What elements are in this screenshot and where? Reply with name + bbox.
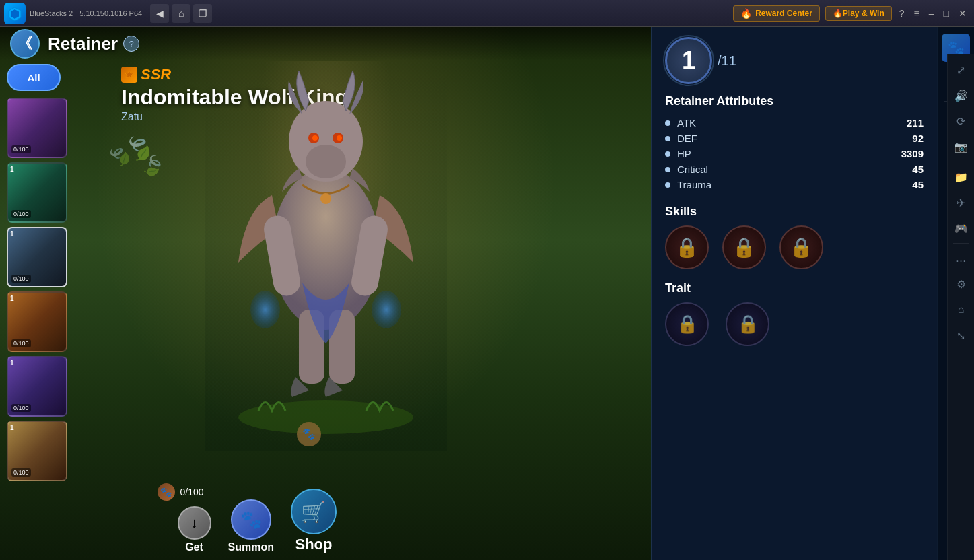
nav-back-button[interactable]: ◀ (150, 4, 169, 23)
shop-button[interactable]: 🛒 Shop (291, 489, 337, 553)
get-label: Get (185, 541, 203, 553)
tool-settings[interactable]: ⚙ (950, 273, 972, 295)
wolf-king-svg: 🐾 (205, 61, 447, 451)
critical-label: Critical (677, 164, 912, 175)
filter-bar: All (7, 64, 61, 91)
tool-airplane[interactable]: ✈ (950, 192, 972, 213)
shop-icon: 🛒 (301, 500, 326, 524)
tool-resize[interactable]: ⤡ (950, 324, 972, 346)
right-panel: 1 /11 Retainer Attributes ATK 211 DEF (651, 27, 974, 560)
tool-home[interactable]: ⌂ (950, 299, 972, 320)
app-version: 5.10.150.1016 P64 (79, 9, 142, 18)
rarity-label: SSR (141, 66, 171, 83)
summon-button[interactable]: 🐾 Summon (228, 499, 274, 553)
tool-volume[interactable]: 🔊 (950, 85, 972, 106)
bluestacks-logo (4, 3, 26, 24)
level-value: 1 (682, 46, 695, 75)
retainer-progress-4: 0/100 (11, 339, 31, 347)
retainer-progress-6: 0/100 (11, 468, 31, 477)
tool-folder[interactable]: 📁 (950, 166, 972, 188)
trait-lock-1: 🔒 (676, 314, 698, 335)
info-layout: 1 /11 Retainer Attributes ATK 211 DEF (652, 27, 974, 560)
toolbar-separator-2 (953, 243, 969, 244)
svg-text:🐾: 🐾 (302, 427, 316, 440)
reward-fire-icon: 🔥 (740, 8, 752, 19)
trait-slot-1[interactable]: 🔒 (665, 302, 709, 346)
retainer-item-3[interactable]: 1 0/100 (7, 227, 67, 287)
close-button[interactable]: ✕ (956, 8, 969, 19)
def-dot (665, 136, 670, 141)
main-area: 《 Retainer ? All 0/100 1 0/100 1 0/1 (0, 27, 974, 560)
atk-value: 211 (907, 117, 924, 129)
play-win-button[interactable]: 🔥 Play & Win (825, 6, 892, 21)
bluestacks-toolbar: ⤢ 🔊 ⟳ 📷 📁 ✈ 🎮 … ⚙ ⌂ ⤡ (947, 54, 974, 560)
tool-screenshot[interactable]: 📷 (950, 136, 972, 158)
trait-slot-2[interactable]: 🔒 (726, 302, 769, 346)
game-topbar: 《 Retainer ? (0, 27, 651, 61)
retainer-item-6[interactable]: 1 0/100 (7, 421, 67, 481)
svg-point-9 (337, 135, 342, 141)
skill-slot-2[interactable]: 🔒 (722, 225, 766, 269)
tool-fullscreen[interactable]: ⤢ (950, 59, 972, 81)
panel-content: 1 /11 Retainer Attributes ATK 211 DEF (652, 27, 937, 560)
reward-center-button[interactable]: 🔥 Reward Center (733, 5, 820, 22)
trauma-dot (665, 182, 670, 188)
trait-title: Trait (665, 281, 924, 295)
hp-dot (665, 151, 670, 157)
help-info-button[interactable]: ? (123, 36, 139, 52)
titlebar: BlueStacks 2 5.10.150.1016 P64 ◀ ⌂ ❐ 🔥 R… (0, 0, 974, 27)
retainer-level-2: 1 (10, 166, 14, 173)
get-icon: ↓ (190, 514, 198, 532)
svg-point-12 (250, 291, 280, 328)
skill-lock-1: 🔒 (675, 236, 699, 258)
toolbar-separator-1 (953, 162, 969, 162)
progress-gem-icon: 🐾 (158, 483, 175, 501)
retainer-progress-3: 0/100 (11, 275, 31, 283)
game-area: 《 Retainer ? All 0/100 1 0/100 1 0/1 (0, 27, 651, 560)
back-button[interactable]: 《 (10, 29, 40, 59)
shop-label: Shop (295, 536, 332, 553)
atk-label: ATK (677, 117, 907, 129)
retainer-item-1[interactable]: 0/100 (7, 98, 67, 158)
retainer-level-6: 1 (10, 424, 14, 431)
get-button[interactable]: ↓ Get (178, 506, 211, 553)
play-win-label: Play & Win (843, 9, 884, 18)
maximize-button[interactable]: □ (942, 8, 951, 19)
tool-gamepad[interactable]: 🎮 (950, 217, 972, 239)
critical-value: 45 (912, 164, 924, 175)
attr-trauma: Trauma 45 (665, 177, 924, 193)
action-buttons: ↓ Get 🐾 Summon 🛒 Shop (178, 489, 337, 553)
nav-home-button[interactable]: ⌂ (172, 4, 190, 23)
atk-dot (665, 120, 670, 126)
rarity-badge: SSR (121, 66, 171, 83)
attr-atk: ATK 211 (665, 115, 924, 131)
skill-slot-1[interactable]: 🔒 (665, 225, 709, 269)
tool-rotate[interactable]: ⟳ (950, 110, 972, 132)
filter-all-button[interactable]: All (7, 64, 61, 91)
retainer-progress-5: 0/100 (11, 404, 31, 412)
retainer-item-5[interactable]: 1 0/100 (7, 356, 67, 417)
svg-point-13 (372, 291, 401, 328)
attributes-list: ATK 211 DEF 92 HP 3309 (665, 115, 924, 193)
hp-label: HP (677, 148, 901, 160)
retainer-list: 0/100 1 0/100 1 0/100 1 0/100 1 0/100 1 … (7, 98, 67, 481)
retainer-level-4: 1 (10, 295, 14, 302)
help-button[interactable]: ? (897, 8, 907, 19)
retainer-level-3: 1 (10, 230, 14, 238)
tool-more[interactable]: … (950, 248, 972, 269)
trauma-value: 45 (912, 179, 924, 190)
attr-def: DEF 92 (665, 131, 924, 146)
skill-slot-3[interactable]: 🔒 (779, 225, 823, 269)
menu-button[interactable]: ≡ (912, 8, 921, 19)
character-artwork: 🐾 (205, 61, 447, 451)
filter-all-label: All (27, 72, 40, 83)
retainer-level-5: 1 (10, 359, 14, 367)
play-win-fire-icon: 🔥 (833, 9, 843, 18)
retainer-item-4[interactable]: 1 0/100 (7, 291, 67, 352)
attr-hp: HP 3309 (665, 146, 924, 162)
minimize-button[interactable]: – (927, 8, 936, 19)
retainer-item-2[interactable]: 1 0/100 (7, 162, 67, 223)
def-value: 92 (912, 133, 924, 144)
level-display: 1 /11 (665, 37, 924, 84)
nav-multi-button[interactable]: ❐ (193, 4, 212, 23)
